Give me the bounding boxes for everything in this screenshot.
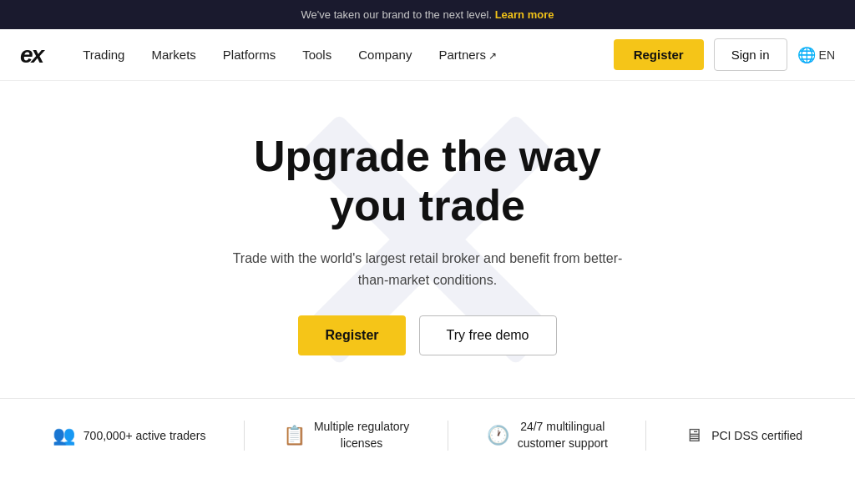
logo[interactable]: ex bbox=[20, 42, 43, 68]
nav-link-trading[interactable]: Trading bbox=[83, 48, 124, 62]
banner-link[interactable]: Learn more bbox=[495, 8, 554, 21]
top-banner: We've taken our brand to the next level.… bbox=[0, 0, 855, 29]
stat-regulatory: 📋 Multiple regulatorylicenses bbox=[283, 419, 409, 451]
hero-demo-button[interactable]: Try free demo bbox=[419, 315, 557, 355]
nav-item-markets[interactable]: Markets bbox=[151, 48, 195, 63]
nav-link-partners[interactable]: Partners bbox=[438, 48, 497, 62]
nav-item-company[interactable]: Company bbox=[358, 48, 412, 63]
traders-icon: 👥 bbox=[53, 425, 75, 446]
nav-item-trading[interactable]: Trading bbox=[83, 48, 124, 63]
nav-link-company[interactable]: Company bbox=[358, 48, 412, 62]
signin-button[interactable]: Sign in bbox=[714, 38, 787, 71]
stat-pci-text: PCI DSS certified bbox=[711, 429, 802, 442]
pci-icon: 🖥 bbox=[685, 425, 703, 446]
stat-traders-text: 700,000+ active traders bbox=[83, 429, 206, 442]
hero-title: Upgrade the way you trade bbox=[227, 132, 628, 232]
hero-content: Upgrade the way you trade Trade with the… bbox=[227, 132, 628, 356]
nav-link-markets[interactable]: Markets bbox=[151, 48, 195, 62]
stat-divider-3 bbox=[645, 421, 646, 451]
stat-divider-1 bbox=[244, 421, 245, 451]
globe-icon: 🌐 bbox=[797, 46, 816, 64]
nav-item-platforms[interactable]: Platforms bbox=[223, 48, 276, 63]
support-icon: 🕐 bbox=[487, 425, 509, 446]
banner-text: We've taken our brand to the next level. bbox=[301, 8, 492, 21]
nav-links: Trading Markets Platforms Tools Company … bbox=[83, 48, 613, 63]
stats-bar: 👥 700,000+ active traders 📋 Multiple reg… bbox=[0, 398, 855, 471]
regulatory-icon: 📋 bbox=[283, 425, 306, 446]
language-selector[interactable]: 🌐 EN bbox=[797, 46, 835, 64]
nav-item-tools[interactable]: Tools bbox=[302, 48, 331, 63]
nav-right: Register Sign in 🌐 EN bbox=[614, 38, 835, 71]
stat-divider-2 bbox=[448, 421, 448, 451]
lang-label: EN bbox=[819, 48, 835, 62]
stat-traders: 👥 700,000+ active traders bbox=[53, 425, 206, 446]
nav-item-partners[interactable]: Partners bbox=[438, 48, 497, 63]
stat-pci: 🖥 PCI DSS certified bbox=[685, 425, 802, 446]
hero-buttons: Register Try free demo bbox=[227, 315, 628, 355]
hero-subtitle: Trade with the world's largest retail br… bbox=[227, 248, 628, 290]
hero-section: Upgrade the way you trade Trade with the… bbox=[0, 81, 855, 398]
stat-regulatory-text: Multiple regulatorylicenses bbox=[314, 419, 409, 451]
nav-link-platforms[interactable]: Platforms bbox=[223, 48, 276, 62]
hero-title-line1: Upgrade the way bbox=[254, 132, 601, 180]
stat-support-text: 24/7 multilingualcustomer support bbox=[518, 419, 608, 451]
nav-link-tools[interactable]: Tools bbox=[302, 48, 331, 62]
navbar: ex Trading Markets Platforms Tools Compa… bbox=[0, 29, 855, 81]
stat-support: 🕐 24/7 multilingualcustomer support bbox=[487, 419, 608, 451]
hero-title-line2: you trade bbox=[330, 181, 525, 229]
register-button[interactable]: Register bbox=[614, 39, 704, 70]
hero-register-button[interactable]: Register bbox=[298, 315, 405, 355]
